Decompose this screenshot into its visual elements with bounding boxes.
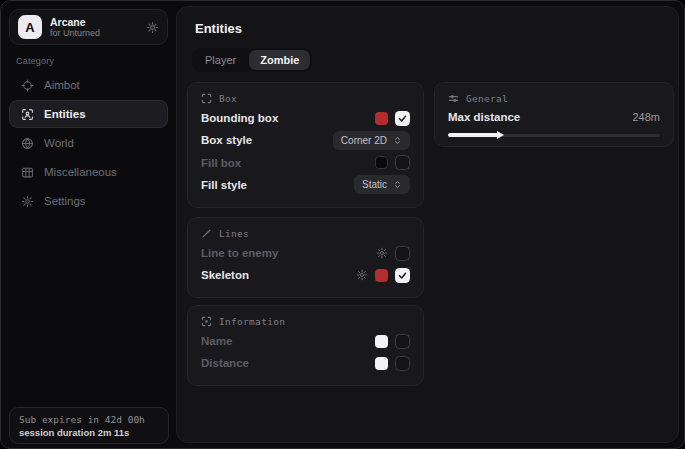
select-value: Static xyxy=(362,179,387,190)
checkbox[interactable] xyxy=(395,356,410,371)
color-swatch[interactable] xyxy=(375,357,388,370)
chevrons-up-down-icon xyxy=(393,136,402,145)
gear-icon xyxy=(21,195,34,208)
setting-row-distance: Distance xyxy=(201,352,410,374)
sidebar-item-label: Miscellaneous xyxy=(44,166,117,178)
fill-style-select[interactable]: Static xyxy=(354,175,410,194)
checkbox[interactable] xyxy=(395,155,410,170)
max-distance-slider[interactable] xyxy=(448,130,660,135)
setting-row-box-style: Box style Corner 2D xyxy=(201,129,410,151)
information-card: Information Name Distance xyxy=(187,305,424,386)
checkbox[interactable] xyxy=(395,268,410,283)
sidebar-item-label: World xyxy=(44,137,74,149)
select-value: Corner 2D xyxy=(341,135,387,146)
setting-label: Box style xyxy=(201,134,252,146)
app-subtitle: for Unturned xyxy=(50,28,138,38)
general-card-header: General xyxy=(448,93,660,104)
slider-thumb[interactable] xyxy=(497,131,504,139)
setting-label: Skeleton xyxy=(201,269,249,281)
checkbox[interactable] xyxy=(395,246,410,261)
sidebar-item-entities[interactable]: Entities xyxy=(9,100,168,128)
app-name: Arcane xyxy=(50,16,138,28)
setting-label: Max distance xyxy=(448,111,520,123)
sliders-icon xyxy=(448,93,459,104)
setting-row-skeleton: Skeleton xyxy=(201,264,410,286)
config-gear-icon[interactable] xyxy=(356,269,368,281)
card-title: Information xyxy=(219,316,285,327)
slider-fill xyxy=(448,133,499,137)
scan-dot-icon xyxy=(201,316,212,327)
sidebar-item-settings[interactable]: Settings xyxy=(9,187,168,215)
session-duration-text: session duration 2m 11s xyxy=(19,427,159,438)
setting-row-bounding-box: Bounding box xyxy=(201,107,410,129)
diagonal-line-icon xyxy=(201,228,212,239)
columns-icon xyxy=(21,166,34,179)
chevrons-up-down-icon xyxy=(393,180,402,189)
entities-scan-icon xyxy=(21,108,34,121)
scan-brackets-icon xyxy=(201,93,212,104)
slider-value: 248m xyxy=(632,111,660,123)
sidebar-item-miscellaneous[interactable]: Miscellaneous xyxy=(9,158,168,186)
category-label: Category xyxy=(16,56,54,66)
color-swatch[interactable] xyxy=(375,269,388,282)
main-panel: Entities Player Zombie Box Bounding box xyxy=(176,6,679,443)
setting-row-fill-box: Fill box xyxy=(201,152,410,174)
setting-row-fill-style: Fill style Static xyxy=(201,174,410,196)
sidebar-item-world[interactable]: World xyxy=(9,129,168,157)
setting-label: Distance xyxy=(201,357,249,369)
box-card: Box Bounding box Box style Corner 2D xyxy=(187,82,424,208)
sidebar-item-label: Aimbot xyxy=(44,79,80,91)
sub-expires-text: Sub expires in 42d 00h xyxy=(19,414,159,425)
setting-label: Name xyxy=(201,335,232,347)
setting-label: Line to enemy xyxy=(201,247,278,259)
card-title: Box xyxy=(219,93,237,104)
color-swatch[interactable] xyxy=(375,335,388,348)
sidebar: A Arcane for Unturned Category Aimbot xyxy=(1,1,176,448)
setting-label: Bounding box xyxy=(201,112,278,124)
setting-label: Fill box xyxy=(201,157,241,169)
card-title: Lines xyxy=(219,228,249,239)
lines-card: Lines Line to enemy Skeleton xyxy=(187,217,424,298)
subscription-card: Sub expires in 42d 00h session duration … xyxy=(9,407,169,444)
app-logo: A xyxy=(18,15,42,39)
general-card: General Max distance 248m xyxy=(434,82,674,147)
color-swatch[interactable] xyxy=(375,156,388,169)
tab-zombie[interactable]: Zombie xyxy=(249,50,310,70)
config-gear-icon[interactable] xyxy=(376,247,388,259)
crosshair-icon xyxy=(21,79,34,92)
tab-bar: Player Zombie xyxy=(192,48,312,72)
checkbox[interactable] xyxy=(395,334,410,349)
box-card-header: Box xyxy=(201,93,410,104)
information-card-header: Information xyxy=(201,316,410,327)
setting-row-line-to-enemy: Line to enemy xyxy=(201,242,410,264)
brand-card: A Arcane for Unturned xyxy=(9,9,168,45)
globe-icon xyxy=(21,137,34,150)
sidebar-item-aimbot[interactable]: Aimbot xyxy=(9,71,168,99)
max-distance-row: Max distance 248m xyxy=(448,111,660,123)
setting-row-name: Name xyxy=(201,330,410,352)
sidebar-item-label: Entities xyxy=(44,108,86,120)
lines-card-header: Lines xyxy=(201,228,410,239)
box-style-select[interactable]: Corner 2D xyxy=(333,131,410,150)
tab-player[interactable]: Player xyxy=(194,50,247,70)
sidebar-nav: Aimbot Entities World Miscellaneous xyxy=(9,71,168,215)
checkbox[interactable] xyxy=(395,111,410,126)
sidebar-item-label: Settings xyxy=(44,195,86,207)
brand-text: Arcane for Unturned xyxy=(50,16,138,38)
setting-label: Fill style xyxy=(201,179,247,191)
gear-icon[interactable] xyxy=(146,21,159,34)
page-title: Entities xyxy=(195,21,242,36)
app-window: A Arcane for Unturned Category Aimbot xyxy=(0,0,685,449)
card-title: General xyxy=(466,93,508,104)
color-swatch[interactable] xyxy=(375,112,388,125)
